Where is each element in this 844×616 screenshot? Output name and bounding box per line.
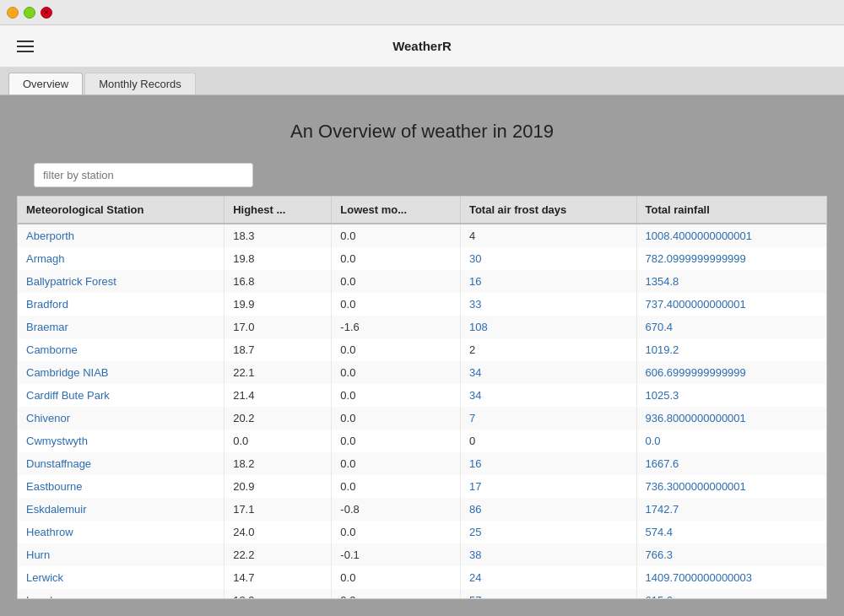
rainfall-cell: 606.6999999999999 [636, 361, 826, 384]
minimize-button[interactable] [7, 7, 19, 19]
maximize-button[interactable] [24, 7, 35, 19]
table-row: Eastbourne20.90.017736.3000000000001 [18, 475, 826, 498]
lowest-cell: 0.0 [332, 452, 461, 475]
table-row: Dunstaffnage18.20.0161667.6 [18, 452, 826, 475]
frost-days-cell: 16 [460, 452, 636, 475]
station-cell[interactable]: Armagh [18, 247, 225, 270]
highest-cell: 14.7 [225, 566, 332, 589]
highest-cell: 18.3 [225, 224, 332, 247]
table-row: Lerwick14.70.0241409.7000000000003 [18, 566, 826, 589]
lowest-cell: 0.0 [332, 247, 461, 270]
frost-days-cell: 57 [460, 589, 636, 599]
filter-row [17, 163, 827, 196]
lowest-cell: 0.0 [332, 589, 461, 599]
lowest-cell: 0.0 [332, 475, 461, 498]
frost-days-cell: 33 [460, 293, 636, 316]
table-row: Cardiff Bute Park21.40.0341025.3 [18, 384, 826, 407]
lowest-cell: -0.8 [332, 498, 461, 521]
hamburger-line [17, 51, 34, 52]
rainfall-cell: 574.4 [636, 521, 826, 543]
window-controls: ✕ [7, 7, 52, 19]
station-filter-input[interactable] [34, 163, 253, 187]
highest-cell: 17.1 [225, 498, 332, 521]
table-row: Eskdalemuir17.1-0.8861742.7 [18, 498, 826, 521]
close-button[interactable]: ✕ [41, 7, 52, 19]
rainfall-cell: 1025.3 [636, 384, 826, 407]
station-cell[interactable]: Chivenor [18, 407, 225, 430]
table-row: Bradford19.90.033737.4000000000001 [18, 293, 826, 316]
lowest-cell: 0.0 [332, 566, 461, 589]
table-row: Braemar17.0-1.6108670.4 [18, 316, 826, 338]
frost-days-cell: 16 [460, 270, 636, 293]
hamburger-line [17, 46, 34, 47]
data-table-container[interactable]: Meteorological Station Highest ... Lowes… [17, 196, 827, 599]
frost-days-cell: 108 [460, 316, 636, 338]
rainfall-cell: 737.4000000000001 [636, 293, 826, 316]
table-row: Camborne18.70.021019.2 [18, 338, 826, 361]
highest-cell: 19.8 [225, 247, 332, 270]
table-row: Leuchars18.90.057615.6 [18, 589, 826, 599]
station-cell[interactable]: Cambridge NIAB [18, 361, 225, 384]
lowest-cell: -1.6 [332, 316, 461, 338]
data-table: Meteorological Station Highest ... Lowes… [18, 197, 826, 599]
highest-cell: 20.2 [225, 407, 332, 430]
frost-days-cell: 17 [460, 475, 636, 498]
table-body: Aberporth18.30.041008.4000000000001Armag… [18, 224, 826, 599]
col-header-highest: Highest ... [225, 197, 332, 224]
lowest-cell: 0.0 [332, 338, 461, 361]
station-cell[interactable]: Braemar [18, 316, 225, 338]
col-header-rainfall: Total rainfall [636, 197, 826, 224]
station-cell[interactable]: Bradford [18, 293, 225, 316]
frost-days-cell: 25 [460, 521, 636, 543]
tabs-bar: Overview Monthly Records [0, 68, 844, 95]
lowest-cell: 0.0 [332, 270, 461, 293]
highest-cell: 21.4 [225, 384, 332, 407]
frost-days-cell: 38 [460, 543, 636, 566]
station-cell[interactable]: Eastbourne [18, 475, 225, 498]
rainfall-cell: 782.0999999999999 [636, 247, 826, 270]
hamburger-menu[interactable] [14, 37, 37, 56]
frost-days-cell: 4 [460, 224, 636, 247]
page-heading: An Overview of weather in 2019 [290, 121, 554, 143]
tab-overview[interactable]: Overview [8, 73, 83, 95]
highest-cell: 18.2 [225, 452, 332, 475]
table-row: Armagh19.80.030782.0999999999999 [18, 247, 826, 270]
station-cell[interactable]: Dunstaffnage [18, 452, 225, 475]
frost-days-cell: 34 [460, 361, 636, 384]
station-cell[interactable]: Eskdalemuir [18, 498, 225, 521]
station-cell[interactable]: Cardiff Bute Park [18, 384, 225, 407]
station-cell[interactable]: Camborne [18, 338, 225, 361]
frost-days-cell: 7 [460, 407, 636, 430]
rainfall-cell: 1742.7 [636, 498, 826, 521]
rainfall-cell: 0.0 [636, 430, 826, 452]
rainfall-cell: 670.4 [636, 316, 826, 338]
table-row: Cwmystwyth0.00.000.0 [18, 430, 826, 452]
frost-days-cell: 34 [460, 384, 636, 407]
frost-days-cell: 0 [460, 430, 636, 452]
app-title: WeatherR [392, 39, 452, 53]
lowest-cell: 0.0 [332, 430, 461, 452]
frost-days-cell: 2 [460, 338, 636, 361]
rainfall-cell: 936.8000000000001 [636, 407, 826, 430]
rainfall-cell: 766.3 [636, 543, 826, 566]
station-cell[interactable]: Aberporth [18, 224, 225, 247]
station-cell[interactable]: Cwmystwyth [18, 430, 225, 452]
station-cell[interactable]: Leuchars [18, 589, 225, 599]
highest-cell: 19.9 [225, 293, 332, 316]
station-cell[interactable]: Hurn [18, 543, 225, 566]
rainfall-cell: 1008.4000000000001 [636, 224, 826, 247]
lowest-cell: 0.0 [332, 224, 461, 247]
main-content: An Overview of weather in 2019 Meteorolo… [0, 95, 844, 616]
table-row: Ballypatrick Forest16.80.0161354.8 [18, 270, 826, 293]
highest-cell: 22.1 [225, 361, 332, 384]
tab-monthly-records[interactable]: Monthly Records [84, 73, 196, 95]
lowest-cell: -0.1 [332, 543, 461, 566]
col-header-lowest: Lowest mo... [332, 197, 461, 224]
station-cell[interactable]: Ballypatrick Forest [18, 270, 225, 293]
highest-cell: 0.0 [225, 430, 332, 452]
station-cell[interactable]: Lerwick [18, 566, 225, 589]
highest-cell: 16.8 [225, 270, 332, 293]
highest-cell: 24.0 [225, 521, 332, 543]
lowest-cell: 0.0 [332, 521, 461, 543]
station-cell[interactable]: Heathrow [18, 521, 225, 543]
